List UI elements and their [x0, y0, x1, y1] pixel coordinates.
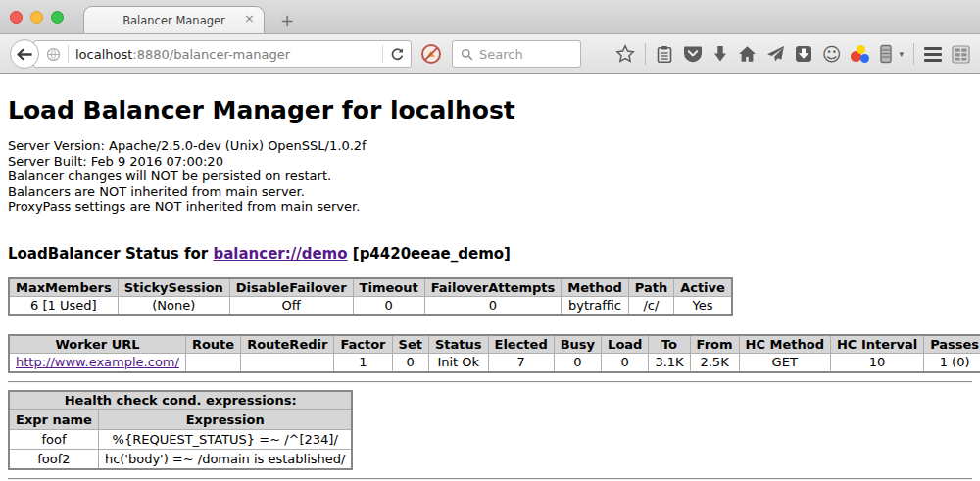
header-cell: Set [392, 335, 428, 354]
tab-balancer-manager[interactable]: Balancer Manager × [83, 6, 265, 33]
reload-button[interactable] [390, 47, 405, 62]
tab-close-icon[interactable]: × [244, 12, 255, 25]
bookmark-star-icon[interactable] [615, 44, 635, 64]
pocket-icon[interactable] [683, 45, 703, 64]
send-tab-icon[interactable] [766, 45, 785, 63]
header-cell: Busy [554, 335, 601, 354]
menu-icon[interactable] [924, 47, 942, 62]
toolbar-divider [645, 43, 646, 65]
page-title: Load Balancer Manager for localhost [8, 96, 972, 124]
header-cell: MaxMembers [9, 278, 118, 297]
table-header-row: MaxMembers StickySession DisableFailover… [9, 278, 732, 297]
balancer-demo-link[interactable]: balancer://demo [213, 245, 347, 263]
data-cell: 6 [1 Used] [9, 297, 118, 315]
header-cell: StickySession [118, 278, 229, 297]
data-cell: 2.5K [690, 354, 739, 372]
worker-url-link[interactable]: http://www.example.com/ [16, 355, 179, 369]
data-cell: 0 [392, 354, 428, 372]
plugin-blocked-icon[interactable] [420, 43, 442, 65]
table-row: foof2 hc('body') =~ /domain is establish… [9, 450, 352, 469]
container-icon[interactable] [879, 44, 893, 64]
data-cell: 0 [424, 297, 562, 315]
tiles-icon[interactable] [952, 45, 970, 64]
data-cell: Off [229, 297, 353, 315]
persist-notice-line: Balancer changes will NOT be persisted o… [8, 168, 972, 184]
toolbar-icons: ☺ ▾ [615, 43, 970, 65]
header-cell: FailoverAttempts [424, 278, 562, 297]
window-close-button[interactable] [10, 11, 23, 24]
header-cell: Method [562, 278, 628, 297]
header-cell: Load [602, 335, 649, 354]
save-box-icon[interactable] [795, 45, 812, 63]
data-cell [185, 354, 240, 372]
navigation-toolbar: localhost:8880/balancer-manager Search [0, 34, 980, 74]
download-icon[interactable] [712, 45, 728, 63]
data-cell: 0 [353, 297, 424, 315]
header-cell: From [690, 335, 739, 354]
worker-url-cell: http://www.example.com/ [9, 354, 185, 372]
data-cell: 1 (0) [924, 354, 980, 372]
url-domain: localhost [75, 47, 132, 62]
reading-list-icon[interactable] [656, 45, 673, 64]
header-cell: Passes [924, 335, 980, 354]
urlbar-divider [68, 45, 69, 63]
table-header-row: Health check cond. expressions: [9, 391, 352, 410]
titlebar: Balancer Manager × + [0, 0, 980, 34]
home-icon[interactable] [738, 45, 757, 63]
page-content: Load Balancer Manager for localhost Serv… [0, 96, 980, 480]
header-cell: Expr name [9, 410, 98, 430]
expr-name-cell: foof2 [9, 450, 98, 469]
worker-status-table: Worker URL Route RouteRedir Factor Set S… [8, 334, 980, 373]
table-row: 6 [1 Used] (None) Off 0 0 bytraffic /c/ … [9, 297, 732, 315]
data-cell [241, 354, 334, 372]
data-cell: GET [739, 354, 830, 372]
divider [8, 478, 972, 480]
table-row: http://www.example.com/ 1 0 Init Ok 7 0 … [9, 354, 980, 372]
header-cell: RouteRedir [241, 335, 334, 354]
data-cell: Init Ok [428, 354, 488, 372]
header-cell: Active [674, 278, 732, 297]
chevron-down-icon[interactable]: ▾ [899, 49, 904, 59]
back-icon [17, 48, 32, 61]
status-heading-suffix: [p4420eeae_demo] [353, 245, 511, 263]
smiley-icon[interactable]: ☺ [822, 44, 842, 64]
window-minimize-button[interactable] [30, 11, 43, 24]
data-cell: (None) [118, 297, 229, 315]
status-heading: LoadBalancer Status for balancer://demo … [8, 245, 972, 263]
server-version-line: Server Version: Apache/2.5.0-dev (Unix) … [8, 138, 972, 154]
header-cell: Route [185, 335, 240, 354]
health-table-title: Health check cond. expressions: [9, 391, 352, 410]
expression-cell: %{REQUEST_STATUS} =~ /^[234]/ [98, 430, 352, 450]
data-cell: /c/ [628, 297, 673, 315]
header-cell: Worker URL [9, 335, 185, 354]
health-check-table: Health check cond. expressions: Expr nam… [8, 390, 353, 470]
table-header-row: Expr name Expression [9, 410, 352, 430]
header-cell: To [649, 335, 690, 354]
table-header-row: Worker URL Route RouteRedir Factor Set S… [9, 335, 980, 354]
search-bar[interactable]: Search [452, 40, 581, 68]
traffic-lights [10, 11, 64, 24]
header-cell: Path [628, 278, 673, 297]
url-bar[interactable]: localhost:8880/balancer-manager [33, 40, 412, 68]
expr-name-cell: foof [9, 430, 98, 450]
new-tab-button[interactable]: + [280, 13, 294, 29]
header-cell: Expression [98, 410, 352, 430]
header-cell: Elected [488, 335, 554, 354]
back-button[interactable] [10, 39, 39, 69]
status-heading-prefix: LoadBalancer Status for [8, 245, 208, 263]
header-cell: HC Interval [830, 335, 923, 354]
color-dots-icon[interactable] [851, 45, 869, 64]
window-zoom-button[interactable] [51, 11, 64, 24]
data-cell: 3.1K [649, 354, 690, 372]
data-cell: 10 [830, 354, 923, 372]
header-cell: HC Method [739, 335, 830, 354]
inherit-notice-line: Balancers are NOT inherited from main se… [8, 184, 972, 200]
toolbar-divider [913, 43, 914, 65]
balancer-settings-table: MaxMembers StickySession DisableFailover… [8, 277, 733, 316]
header-cell: Timeout [353, 278, 424, 297]
header-cell: Factor [334, 335, 392, 354]
globe-icon [46, 47, 61, 62]
divider [8, 381, 972, 383]
url-path: :8880/balancer-manager [132, 47, 290, 62]
search-icon [461, 48, 473, 61]
